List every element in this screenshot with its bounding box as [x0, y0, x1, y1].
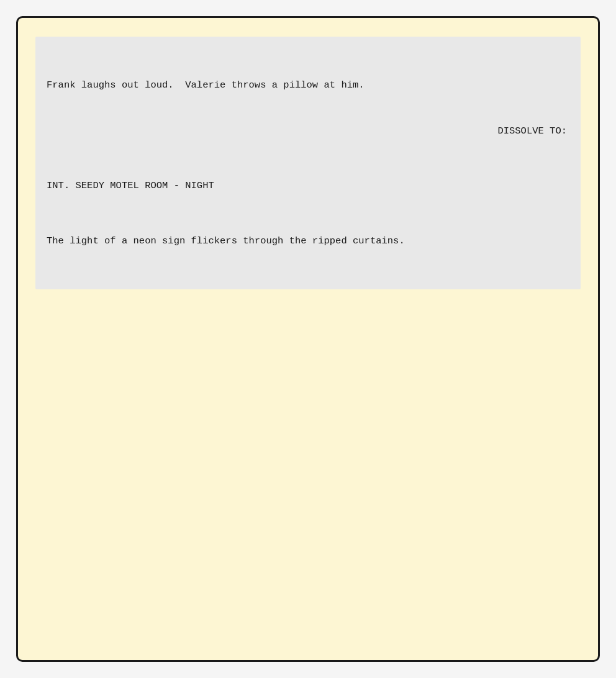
page-container: Frank laughs out loud. Valerie throws a …: [16, 16, 600, 662]
action-line: Frank laughs out loud. Valerie throws a …: [47, 78, 569, 93]
transition-line: DISSOLVE TO:: [47, 124, 569, 139]
description-line: The light of a neon sign flickers throug…: [47, 233, 569, 249]
scene-heading: INT. SEEDY MOTEL ROOM - NIGHT: [47, 178, 569, 194]
screenplay-block: Frank laughs out loud. Valerie throws a …: [35, 37, 581, 289]
